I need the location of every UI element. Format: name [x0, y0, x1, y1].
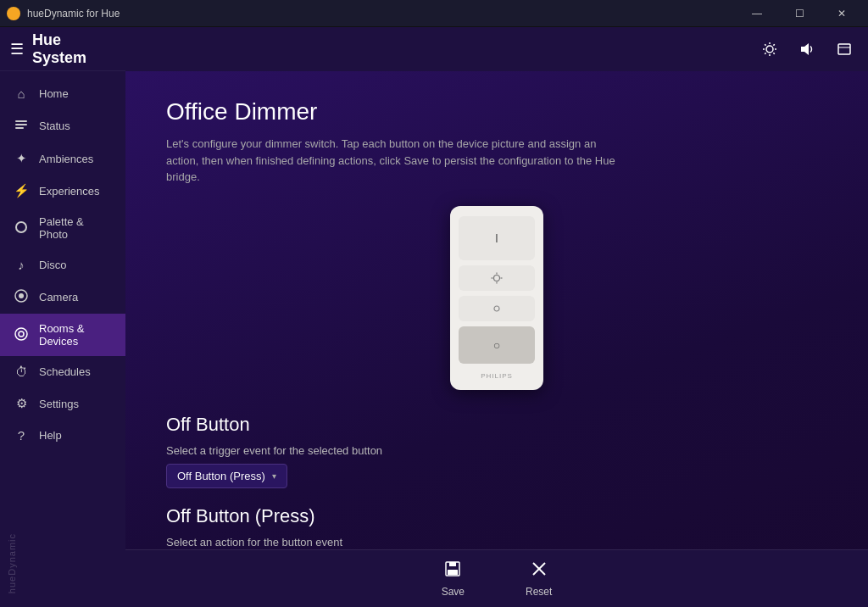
- svg-line-14: [773, 44, 774, 45]
- ambiences-icon: ✦: [14, 151, 29, 166]
- app-container: ☰ Hue System ⌂ Home Status ✦ Ambiences ⚡…: [0, 27, 868, 607]
- sidebar-item-disco[interactable]: ♪ Disco: [0, 249, 125, 281]
- off-button-title: Off Button: [166, 414, 827, 436]
- sidebar-item-label: Home: [39, 87, 69, 100]
- sidebar-item-label: Settings: [39, 398, 79, 410]
- chevron-down-icon: ▾: [272, 471, 276, 481]
- schedules-icon: ⏱: [14, 365, 29, 379]
- home-icon: ⌂: [14, 86, 29, 101]
- dimmer-switch: I ○: [450, 206, 543, 390]
- sidebar-item-label: Status: [39, 120, 70, 132]
- sidebar-item-status[interactable]: Status: [0, 109, 125, 142]
- reset-label: Reset: [526, 586, 552, 598]
- svg-point-19: [494, 275, 500, 281]
- svg-rect-2: [15, 127, 24, 129]
- sidebar: ☰ Hue System ⌂ Home Status ✦ Ambiences ⚡…: [0, 27, 125, 607]
- trigger-dropdown-value: Off Button (Press): [177, 470, 265, 482]
- hamburger-icon[interactable]: ☰: [10, 40, 24, 58]
- svg-point-7: [766, 46, 773, 53]
- sidebar-watermark: hueDynamic: [0, 526, 125, 600]
- svg-point-5: [15, 328, 27, 340]
- window-mode-button[interactable]: [827, 32, 861, 66]
- svg-rect-26: [449, 562, 456, 566]
- sidebar-item-label: Disco: [39, 259, 67, 271]
- sidebar-item-settings[interactable]: ⚙ Settings: [0, 387, 125, 420]
- svg-marker-16: [801, 43, 809, 55]
- svg-point-4: [19, 293, 24, 298]
- titlebar-left: hueDynamic for Hue: [7, 7, 120, 20]
- sidebar-item-label: Schedules: [39, 365, 91, 378]
- sidebar-item-help[interactable]: ? Help: [0, 420, 125, 451]
- sidebar-item-schedules[interactable]: ⏱ Schedules: [0, 356, 125, 387]
- save-label: Save: [442, 586, 465, 598]
- svg-line-15: [765, 53, 765, 53]
- dimmer-brand-label: PHILIPS: [459, 372, 535, 380]
- sidebar-title: Hue System: [32, 31, 115, 67]
- main-header-row: [125, 27, 868, 71]
- save-button[interactable]: Save: [431, 556, 475, 601]
- maximize-button[interactable]: ☐: [780, 0, 819, 27]
- reset-icon: [530, 560, 548, 582]
- svg-line-13: [773, 53, 774, 53]
- dimmer-on-button[interactable]: I: [459, 216, 535, 260]
- svg-rect-17: [838, 44, 850, 54]
- reset-button[interactable]: Reset: [515, 556, 562, 601]
- minimize-button[interactable]: —: [737, 0, 776, 27]
- help-icon: ?: [14, 428, 29, 443]
- sidebar-item-experiences[interactable]: ⚡ Experiences: [0, 175, 125, 207]
- device-container: I ○: [166, 206, 827, 390]
- rooms-icon: [14, 327, 29, 343]
- sidebar-item-label: Help: [39, 429, 62, 442]
- sidebar-item-label: Camera: [39, 291, 78, 304]
- svg-line-12: [765, 44, 765, 45]
- dimmer-brightness-up-button[interactable]: [459, 265, 535, 291]
- main-content: Office Dimmer Let's configure your dimme…: [125, 71, 868, 607]
- save-icon: [443, 560, 462, 582]
- app-icon: [7, 7, 20, 20]
- sidebar-item-camera[interactable]: Camera: [0, 281, 125, 314]
- sidebar-item-ambiences[interactable]: ✦ Ambiences: [0, 142, 125, 175]
- experiences-icon: ⚡: [14, 183, 29, 198]
- sidebar-item-label: Ambiences: [39, 153, 93, 165]
- svg-rect-27: [448, 570, 458, 575]
- svg-rect-1: [15, 124, 27, 125]
- sidebar-item-rooms[interactable]: Rooms & Devices: [0, 314, 125, 356]
- sidebar-item-label: Palette & Photo: [39, 215, 112, 241]
- disco-icon: ♪: [14, 258, 29, 272]
- camera-icon: [14, 289, 29, 305]
- status-icon: [14, 118, 29, 134]
- sidebar-item-label: Experiences: [39, 185, 100, 198]
- brightness-button[interactable]: [753, 32, 787, 66]
- page-title: Office Dimmer: [166, 98, 827, 125]
- dimmer-brightness-down-button[interactable]: [459, 296, 535, 321]
- trigger-dropdown[interactable]: Off Button (Press) ▾: [166, 464, 287, 488]
- volume-button[interactable]: [790, 32, 824, 66]
- svg-point-6: [19, 331, 24, 337]
- close-button[interactable]: ✕: [822, 0, 861, 27]
- titlebar-title: hueDynamic for Hue: [27, 8, 120, 19]
- bottom-toolbar: Save Reset: [125, 549, 868, 607]
- sidebar-item-label: Rooms & Devices: [39, 322, 112, 348]
- off-button-press-title: Off Button (Press): [166, 505, 827, 527]
- action-label: Select an action for the button event: [166, 536, 827, 549]
- dimmer-off-button[interactable]: ○: [459, 326, 535, 364]
- sidebar-item-home[interactable]: ⌂ Home: [0, 78, 125, 109]
- window-controls: — ☐ ✕: [737, 0, 861, 27]
- svg-rect-0: [15, 120, 27, 122]
- sidebar-nav: ⌂ Home Status ✦ Ambiences ⚡ Experiences: [0, 71, 125, 526]
- settings-icon: ⚙: [14, 396, 29, 411]
- topbar-right: [753, 32, 868, 66]
- trigger-label: Select a trigger event for the selected …: [166, 444, 827, 457]
- sidebar-header: ☰ Hue System: [0, 27, 125, 71]
- titlebar: hueDynamic for Hue — ☐ ✕: [0, 0, 868, 27]
- page-description: Let's configure your dimmer switch. Tap …: [166, 136, 624, 186]
- sidebar-item-palette[interactable]: Palette & Photo: [0, 207, 125, 249]
- svg-point-24: [494, 306, 499, 311]
- off-button-section: Off Button Select a trigger event for th…: [166, 414, 827, 505]
- palette-icon: [14, 220, 29, 237]
